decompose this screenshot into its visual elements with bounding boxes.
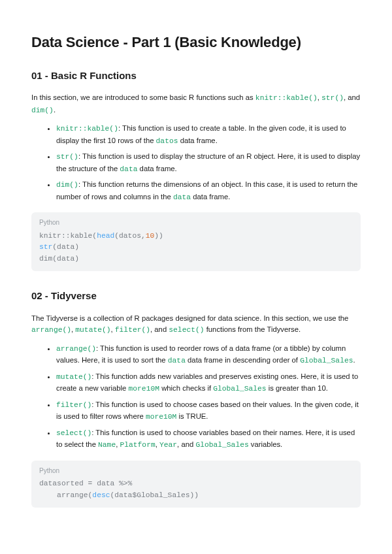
text: functions from the Tidyverse. — [204, 325, 301, 333]
text: is TRUE. — [176, 412, 208, 420]
text: . — [54, 106, 56, 114]
code-token: (data) — [52, 243, 79, 251]
code-inline: Global_Sales — [195, 441, 248, 449]
text: . — [353, 356, 355, 364]
code-inline: data — [120, 165, 137, 173]
code-token: str — [39, 243, 52, 251]
code-inline: dim() — [56, 181, 78, 189]
code-line: arrange(desc(data$Global_Sales)) — [39, 490, 353, 502]
text: variables. — [249, 440, 283, 448]
code-inline: select() — [169, 326, 204, 334]
page-title: Data Science - Part 1 (Basic Knowledge) — [31, 31, 361, 54]
code-token: head — [97, 232, 114, 240]
text: data frame. — [191, 193, 230, 201]
code-token: (datos, — [114, 232, 145, 240]
code-inline: arrange() — [56, 345, 96, 353]
text: is greater than 10. — [267, 384, 328, 392]
text: which checks if — [159, 384, 213, 392]
code-token: arrange( — [39, 491, 92, 499]
code-inline: mutate() — [75, 326, 110, 334]
code-inline: Platform — [120, 441, 155, 449]
text: data frame. — [137, 165, 176, 172]
code-inline: str() — [321, 94, 344, 102]
code-inline: more10M — [146, 413, 176, 421]
code-inline: str() — [56, 153, 78, 161]
list-item: dim(): This function returns the dimensi… — [56, 179, 361, 203]
code-token: )) — [154, 232, 163, 240]
code-token: 10 — [146, 232, 155, 240]
list-item: knitr::kable(): This function is used to… — [56, 123, 361, 147]
code-inline: arrange() — [31, 326, 71, 334]
text: , and — [177, 440, 195, 448]
code-inline: Global_Sales — [300, 357, 353, 365]
text: data frame in descending order of — [186, 356, 300, 364]
text: : This function is used to display the s… — [56, 152, 360, 172]
code-line: str(data) — [39, 242, 353, 253]
code-inline: datos — [156, 137, 178, 145]
code-lang-label: Python — [39, 218, 353, 228]
code-lang-label: Python — [39, 466, 353, 476]
code-inline: Name — [98, 441, 116, 449]
section-intro: In this section, we are introduced to so… — [31, 92, 361, 116]
text: data frame. — [178, 137, 218, 144]
code-token: (data$Global_Sales)) — [110, 491, 199, 499]
list-item: arrange(): This function is used to reor… — [56, 343, 361, 367]
code-inline: dim() — [31, 106, 54, 114]
code-inline: Year — [159, 441, 177, 449]
bullet-list: arrange(): This function is used to reor… — [31, 343, 361, 451]
code-token: desc — [92, 491, 110, 499]
code-line: dim(data) — [39, 253, 353, 265]
section-heading: 01 - Basic R Functions — [31, 68, 361, 83]
code-token: knitr::kable( — [39, 232, 97, 240]
text: The Tidyverse is a collection of R packa… — [31, 314, 348, 322]
code-inline: data — [168, 357, 186, 365]
list-item: str(): This function is used to display … — [56, 151, 361, 175]
code-block: Python knitr::kable(head(datos,10)) str(… — [31, 212, 361, 271]
text: In this section, we are introduced to so… — [31, 93, 255, 101]
code-inline: Global_Sales — [213, 385, 266, 393]
code-inline: select() — [56, 429, 91, 437]
code-inline: data — [173, 193, 191, 201]
code-line: knitr::kable(head(datos,10)) — [39, 231, 353, 242]
list-item: mutate(): This function adds new variabl… — [56, 371, 361, 395]
text: , and — [344, 93, 360, 101]
code-block: Python datasorted = data %>% arrange(des… — [31, 461, 361, 508]
section-intro: The Tidyverse is a collection of R packa… — [31, 313, 361, 336]
list-item: select(): This function is used to choos… — [56, 427, 361, 451]
code-inline: filter() — [56, 401, 91, 409]
section-heading: 02 - Tidyverse — [31, 288, 361, 303]
list-item: filter(): This function is used to choos… — [56, 399, 361, 423]
code-inline: more10M — [129, 385, 159, 393]
code-inline: mutate() — [56, 373, 91, 381]
code-inline: filter() — [115, 326, 150, 334]
code-inline: knitr::kable() — [255, 94, 318, 102]
text: , and — [150, 325, 169, 333]
bullet-list: knitr::kable(): This function is used to… — [31, 123, 361, 203]
code-inline: knitr::kable() — [56, 125, 118, 133]
code-line: datasorted = data %>% — [39, 478, 353, 490]
